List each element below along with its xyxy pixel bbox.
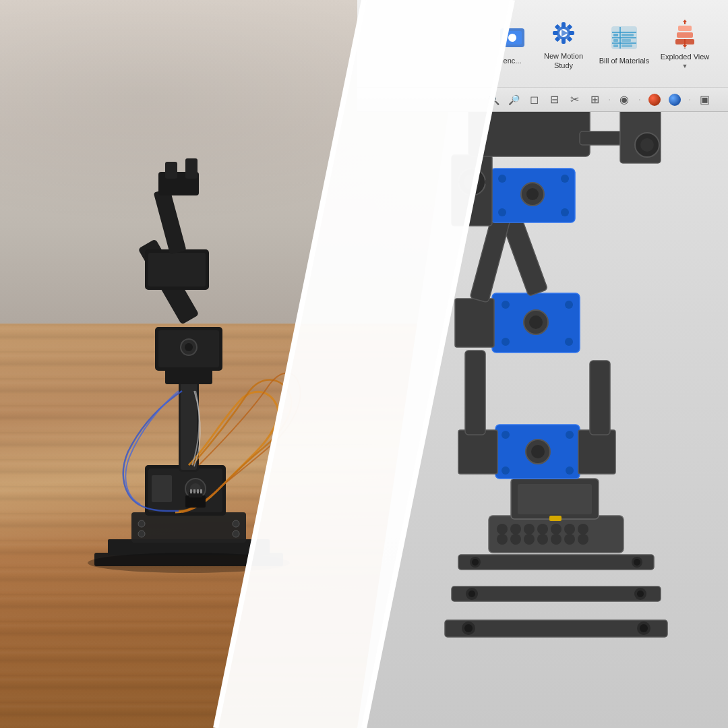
svg-point-103 <box>485 179 490 185</box>
svg-rect-76 <box>458 430 497 474</box>
svg-point-99 <box>464 174 480 190</box>
svg-point-73 <box>566 466 574 475</box>
svg-point-86 <box>529 315 543 329</box>
exploded-view-icon <box>669 18 701 50</box>
toolbar: enc... <box>357 0 728 88</box>
svg-point-65 <box>578 534 588 545</box>
svg-point-40 <box>640 624 648 632</box>
svg-point-62 <box>537 534 548 545</box>
svg-rect-24 <box>165 162 177 179</box>
ribbon-btn-search1[interactable]: 🔍 <box>485 92 502 108</box>
svg-point-102 <box>454 179 459 185</box>
svg-rect-31 <box>200 489 202 493</box>
ribbon-btn-box2[interactable]: ⊟ <box>546 92 562 108</box>
ribbon-btn-eye[interactable]: ◉ <box>616 92 632 108</box>
svg-point-4 <box>233 520 239 527</box>
svg-rect-77 <box>578 430 615 474</box>
svg-point-58 <box>578 524 588 535</box>
ribbon-btn-box1[interactable]: ◻ <box>526 92 542 108</box>
svg-point-60 <box>510 534 521 545</box>
svg-rect-46 <box>458 555 654 570</box>
svg-rect-132 <box>621 44 632 47</box>
new-motion-study-label: New Motion Study <box>537 52 590 69</box>
toolbar-item-bill-of-materials[interactable]: Bill of Materials <box>595 10 654 78</box>
ribbon-btn-color2[interactable] <box>667 92 683 108</box>
toolbar-item-exploded-view[interactable]: Exploded View ▼ <box>655 10 715 78</box>
svg-point-32 <box>88 553 290 573</box>
svg-rect-87 <box>455 299 494 347</box>
svg-rect-130 <box>621 34 634 36</box>
svg-rect-78 <box>465 351 485 435</box>
svg-marker-143 <box>684 48 686 49</box>
ribbon-btn-cut[interactable]: ✂ <box>566 92 582 108</box>
ribbon-btn-grid[interactable]: ⊞ <box>586 92 603 108</box>
svg-rect-138 <box>678 26 692 31</box>
svg-point-94 <box>561 208 569 216</box>
svg-rect-79 <box>590 361 610 435</box>
svg-rect-137 <box>677 32 693 38</box>
svg-rect-21 <box>148 253 206 286</box>
svg-point-45 <box>637 590 644 597</box>
svg-point-92 <box>561 175 569 183</box>
svg-rect-117 <box>562 38 566 44</box>
svg-point-3 <box>138 520 145 527</box>
enc-icon <box>496 22 528 54</box>
svg-point-91 <box>498 175 506 183</box>
toolbar-item-new-motion-study[interactable]: New Motion Study <box>534 10 593 78</box>
svg-point-63 <box>551 534 562 545</box>
svg-point-70 <box>502 431 510 439</box>
new-motion-study-icon <box>547 17 580 49</box>
ribbon-btn-search2[interactable]: 🔎 <box>506 92 522 108</box>
svg-marker-140 <box>683 20 687 22</box>
svg-rect-116 <box>562 22 566 28</box>
svg-point-64 <box>564 534 575 545</box>
svg-point-54 <box>524 524 535 535</box>
svg-point-72 <box>502 466 510 475</box>
svg-point-75 <box>531 445 545 458</box>
svg-rect-118 <box>553 31 558 35</box>
svg-rect-25 <box>185 158 198 179</box>
cad-robot-svg <box>391 94 721 681</box>
toolbar-item-enc[interactable]: enc... <box>492 10 533 78</box>
svg-rect-104 <box>468 108 590 156</box>
ribbon-btn-view[interactable]: ▣ <box>696 92 712 108</box>
svg-rect-9 <box>152 475 172 502</box>
robot-photo-svg <box>27 135 431 607</box>
ribbon-toolbar: 🔍 🔎 ◻ ⊟ ✂ ⊞ · ◉ · · ▣ <box>357 88 728 112</box>
svg-point-96 <box>526 188 539 200</box>
svg-point-93 <box>498 208 506 216</box>
ribbon-separator1: · <box>608 94 611 106</box>
svg-point-50 <box>634 559 640 566</box>
svg-point-6 <box>233 530 239 537</box>
svg-point-57 <box>564 524 575 535</box>
svg-point-100 <box>469 164 475 169</box>
svg-point-83 <box>502 338 510 346</box>
svg-rect-68 <box>549 516 562 521</box>
svg-point-61 <box>524 534 535 545</box>
exploded-view-dropdown-arrow[interactable]: ▼ <box>682 63 688 69</box>
svg-point-101 <box>469 195 475 200</box>
svg-rect-106 <box>580 131 624 145</box>
svg-point-84 <box>565 338 573 346</box>
bill-of-materials-label: Bill of Materials <box>599 57 650 65</box>
svg-rect-133 <box>613 34 618 36</box>
svg-rect-2 <box>131 512 246 543</box>
svg-rect-29 <box>193 489 195 493</box>
svg-point-82 <box>565 301 573 309</box>
svg-rect-30 <box>197 489 199 493</box>
svg-rect-134 <box>613 39 618 42</box>
ribbon-separator2: · <box>638 94 640 106</box>
svg-marker-142 <box>683 45 687 48</box>
enc-label: enc... <box>504 57 522 65</box>
svg-point-110 <box>640 138 654 152</box>
svg-rect-36 <box>445 620 667 637</box>
svg-point-5 <box>138 530 145 537</box>
svg-rect-67 <box>518 484 592 514</box>
svg-point-56 <box>551 524 562 535</box>
svg-point-113 <box>508 34 516 42</box>
ribbon-btn-color1[interactable] <box>646 92 663 108</box>
exploded-view-label: Exploded View <box>661 53 710 61</box>
main-container: 2. 6 DOF ARM ASSEMBLY * enc... <box>0 0 728 728</box>
svg-point-39 <box>464 624 473 632</box>
svg-point-49 <box>472 559 479 566</box>
